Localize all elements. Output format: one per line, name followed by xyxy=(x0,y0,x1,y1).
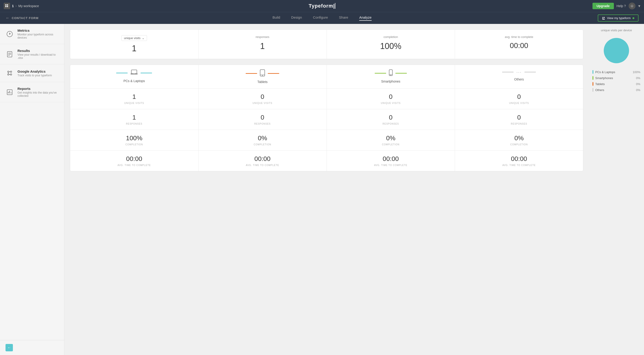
stat-value: 0% xyxy=(460,134,578,142)
stat-label: UNIQUE VISITS xyxy=(332,102,450,104)
device-stat-row: 1 RESPONSES 0 RESPONSES 0 RESPONSES 0 RE… xyxy=(70,109,583,130)
dropdown-arrow-icon[interactable]: ▾ xyxy=(638,4,640,8)
pie-chart-title: unique visits per device xyxy=(592,28,640,32)
main-layout: Metrics Monitor your typeform across dev… xyxy=(0,24,644,355)
svg-rect-2 xyxy=(5,6,6,7)
tab-analyze[interactable]: Analyze xyxy=(359,16,372,21)
sidebar-item-google-analytics[interactable]: Google Analytics Track visits to your ty… xyxy=(0,64,64,82)
view-typeform-button[interactable]: View my typeform xyxy=(598,14,638,22)
legend-color-bar xyxy=(592,70,594,74)
legend-color-bar xyxy=(592,82,594,86)
stat-label: RESPONSES xyxy=(460,122,578,125)
device-stat-cell: 0 UNIQUE VISITS xyxy=(455,88,583,109)
tablets-line-right xyxy=(268,73,279,74)
stat-value: 100% xyxy=(76,134,193,142)
stat-value: 0 xyxy=(204,93,321,100)
legend-color-bar xyxy=(592,76,594,80)
unique-visits-dropdown[interactable]: unique visits ⌄ xyxy=(122,35,147,41)
metric-responses: responses 1 xyxy=(198,30,327,59)
sidebar-item-metrics[interactable]: Metrics Monitor your typeform across dev… xyxy=(0,24,64,44)
top-nav-actions: Upgrade Help ? ☺ ▾ xyxy=(592,2,640,10)
reports-icon xyxy=(6,88,14,96)
stat-value: 0 xyxy=(460,93,578,100)
device-stat-cell: 00:00 AVG. TIME TO COMPLETE xyxy=(198,150,327,171)
device-stat-cell: 0 RESPONSES xyxy=(327,109,455,130)
tab-design[interactable]: Design xyxy=(291,16,302,21)
tablet-icon xyxy=(260,70,265,77)
device-stat-cell: 0% COMPLETION xyxy=(198,130,327,150)
chevron-icon: › xyxy=(16,4,16,8)
device-stat-cell: 1 RESPONSES xyxy=(70,109,198,130)
svg-rect-3 xyxy=(7,6,8,7)
device-stat-cell: 0 RESPONSES xyxy=(198,109,327,130)
device-stat-cell: 00:00 AVG. TIME TO COMPLETE xyxy=(70,150,198,171)
results-icon xyxy=(6,50,14,58)
stat-value: 00:00 xyxy=(204,155,321,162)
legend-item: Others 0% xyxy=(592,88,640,92)
stat-label: AVG. TIME TO COMPLETE xyxy=(204,164,321,166)
stat-label: COMPLETION xyxy=(332,143,450,146)
smartphone-icon xyxy=(389,70,392,77)
svg-point-30 xyxy=(604,38,629,63)
stat-value: 0 xyxy=(204,114,321,121)
legend-color-bar xyxy=(592,88,594,92)
grid-icon[interactable] xyxy=(4,3,10,9)
legend-percentage: 0% xyxy=(636,82,640,86)
metrics-summary-card: unique visits ⌄ 1 responses 1 completion… xyxy=(70,30,583,59)
sidebar-reports-text: Reports Get insights into the data you'v… xyxy=(18,87,59,98)
svg-point-13 xyxy=(10,74,12,75)
stat-value: 0 xyxy=(460,114,578,121)
pcs-line-right xyxy=(140,73,152,73)
svg-rect-27 xyxy=(389,70,392,76)
stat-value: 0% xyxy=(332,134,450,142)
svg-point-29 xyxy=(390,75,391,76)
stat-label: COMPLETION xyxy=(204,143,321,146)
back-button[interactable]: ← CONTACT FORM xyxy=(6,16,38,20)
device-stat-cell: 00:00 AVG. TIME TO COMPLETE xyxy=(455,150,583,171)
sidebar-item-results[interactable]: Results View your results / download to … xyxy=(0,44,64,64)
pie-chart-svg xyxy=(602,36,631,66)
smiley-button[interactable]: ☺ xyxy=(628,2,636,10)
sidebar-footer: ← xyxy=(0,340,64,355)
unique-visits-value: 1 xyxy=(78,44,191,53)
device-stat-cell: 00:00 AVG. TIME TO COMPLETE xyxy=(327,150,455,171)
device-stat-cell: 0 UNIQUE VISITS xyxy=(327,88,455,109)
pie-chart-container xyxy=(592,36,640,66)
legend-item: PCs & Laptops 100% xyxy=(592,70,640,74)
stat-value: 0 xyxy=(332,114,450,121)
dropdown-chevron-icon: ⌄ xyxy=(142,36,144,40)
second-navigation: ← CONTACT FORM Build Design Configure Sh… xyxy=(0,12,644,24)
completion-label: completion xyxy=(334,35,448,39)
pcs-line-left xyxy=(116,73,128,73)
tab-share[interactable]: Share xyxy=(339,16,348,21)
others-label: Others xyxy=(460,78,578,81)
legend-percentage: 0% xyxy=(636,76,640,80)
stat-label: AVG. TIME TO COMPLETE xyxy=(332,164,450,166)
metrics-icon xyxy=(6,30,14,38)
stat-value: 1 xyxy=(76,114,193,121)
stat-label: AVG. TIME TO COMPLETE xyxy=(76,164,193,166)
others-dots-icon: ··· xyxy=(516,70,522,75)
tablets-label: Tablets xyxy=(204,80,321,84)
tab-build[interactable]: Build xyxy=(272,16,280,21)
metric-avg-time: avg. time to complete 00:00 xyxy=(455,30,583,59)
legend-percentage: 100% xyxy=(633,70,640,74)
help-button[interactable]: Help ? xyxy=(617,4,626,8)
stat-value: 0% xyxy=(204,134,321,142)
device-col-others: ··· Others xyxy=(455,65,583,88)
legend-percentage: 0% xyxy=(636,88,640,92)
completion-value: 100% xyxy=(334,42,448,51)
svg-point-12 xyxy=(8,74,9,75)
upgrade-button[interactable]: Upgrade xyxy=(592,3,614,9)
legend-name: Smartphones xyxy=(595,76,634,80)
sidebar-item-reports[interactable]: Reports Get insights into the data you'v… xyxy=(0,82,64,102)
stat-label: COMPLETION xyxy=(460,143,578,146)
tab-configure[interactable]: Configure xyxy=(313,16,328,21)
laptop-icon xyxy=(130,70,138,76)
sidebar-back-button[interactable]: ← xyxy=(6,344,13,351)
form-title: CONTACT FORM xyxy=(12,16,38,20)
svg-rect-1 xyxy=(7,4,8,6)
svg-point-11 xyxy=(10,71,12,72)
stat-label: RESPONSES xyxy=(76,122,193,125)
device-col-tablets: Tablets xyxy=(198,65,327,88)
